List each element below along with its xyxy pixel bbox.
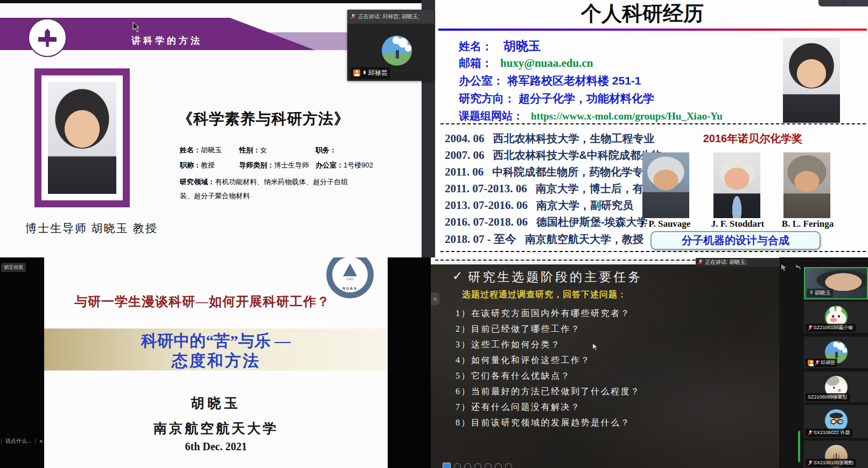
chat-input-placeholder[interactable]: 说点什么... xyxy=(5,437,31,445)
panel-collapse-chevron[interactable]: < xyxy=(431,292,439,305)
question-item: 7）还有什么问题没有解决？ xyxy=(456,399,641,415)
undo-arrow-icon[interactable] xyxy=(794,264,801,271)
board-subtitle: 选题过程通过调查研究，回答下述问题： xyxy=(462,289,627,301)
tool-circle-icon[interactable] xyxy=(474,463,481,468)
person-badge-icon xyxy=(353,69,360,76)
question-item: 6）当前最好的方法已经做到了什么程度？ xyxy=(456,383,641,399)
professor-photo xyxy=(48,82,116,194)
professor-photo xyxy=(783,38,840,123)
question-item: 5）它们各有什么优缺点？ xyxy=(456,368,641,383)
participant-tile[interactable]: SZ2106099徐紫彭 xyxy=(804,372,868,402)
name-label: 姓名： xyxy=(459,40,493,52)
office-value: 将军路校区老材料楼 251-1 xyxy=(507,74,641,87)
muted-mic-icon xyxy=(698,259,703,266)
meeting-collage: 讲科学的方法 《科学素养与科研方法》 姓名：胡晓玉 性别：女 职务： 职称：教授… xyxy=(0,0,868,468)
participant-name: 邱禄芸 xyxy=(368,68,388,78)
question-item: 4）如何量化和评价这些工作？ xyxy=(456,352,641,368)
direction-value: 超分子化学，功能材料化学 xyxy=(519,92,654,104)
gender-value: 女 xyxy=(260,146,267,154)
mic-icon xyxy=(362,70,367,76)
muted-mic-icon xyxy=(808,325,813,331)
mentor-label: 导师类别： xyxy=(239,161,274,169)
gradient-divider xyxy=(438,29,867,31)
chat-input-bar[interactable]: 说点什么... < xyxy=(0,436,43,446)
chat-collapse-chevron[interactable]: < xyxy=(39,438,43,444)
divider xyxy=(35,438,36,444)
rank-label: 职称： xyxy=(180,161,201,169)
pin-view-button[interactable]: 锁定画面 xyxy=(1,263,26,272)
molecular-machines-text: 分子机器的设计与合成 xyxy=(682,233,789,248)
author-name: 胡晓玉 xyxy=(44,394,388,412)
presenter-cursor xyxy=(592,343,598,353)
timeline-date: 2011. 07-2013. 06 xyxy=(445,182,527,195)
floating-toolbar-nub[interactable] xyxy=(818,0,868,6)
participant-tile[interactable]: SX2106022 许题 xyxy=(804,405,868,438)
slide-title: 个人科研经历 xyxy=(435,0,850,27)
muted-mic-icon xyxy=(808,430,813,436)
participant-name-label: 邱禄芸 xyxy=(351,67,390,79)
talk-date: 6th Dec. 2021 xyxy=(44,441,388,453)
presenter-toolbar[interactable] xyxy=(443,463,512,468)
header-tab-label: 讲科学的方法 xyxy=(131,34,202,47)
pointer-icon[interactable] xyxy=(780,264,787,271)
question-item: 8）目前该研究领域的发展趋势是什么？ xyxy=(456,415,641,430)
speaking-indicator-bar: 正在讲话: 邱禄芸; 胡晓玉; xyxy=(347,10,434,24)
laureate-name: J. P. Sauvage xyxy=(625,219,705,229)
timeline-date: 2018. 07 - 至今 xyxy=(445,233,516,246)
talk-title-line2: 态度和方法 xyxy=(44,350,388,372)
tool-circle-icon[interactable] xyxy=(485,463,492,468)
speaking-indicator-text: 正在讲话: 邱禄芸; 胡晓玉; xyxy=(358,13,419,20)
laureate-photo-stoddart xyxy=(713,152,760,218)
tool-circle-icon[interactable] xyxy=(464,463,471,468)
molecular-machines-box: 分子机器的设计与合成 xyxy=(650,231,821,250)
mentor-value: 博士生导师 xyxy=(274,161,309,169)
laureate-photo-sauvage xyxy=(642,152,689,218)
timeline-text: 南京航空航天大学，教授 xyxy=(525,233,643,245)
dashed-divider-top xyxy=(440,123,866,124)
direction-label: 研究方向： xyxy=(459,92,515,104)
question-item: 1）在该研究方面国内外有哪些研究者？ xyxy=(456,305,641,321)
dashed-divider-bottom xyxy=(440,251,866,252)
timeline-text: 南京大学，副研究员 xyxy=(536,199,633,211)
website-label: 课题组网站： xyxy=(459,110,523,122)
speaking-indicator-bar: 正在讲话: 胡晓玉; xyxy=(696,258,780,267)
slide-talk-cover: 锁定画面 1952 NUAA 与研一学生漫谈科研—如何开展科研工作？ 科研中的“… xyxy=(0,257,431,468)
nuaa-logo-year: 1952 xyxy=(346,277,353,281)
timeline-date: 2011. 06 xyxy=(445,165,484,178)
annotation-tools[interactable] xyxy=(780,264,801,271)
institute-logo xyxy=(28,18,67,57)
participant-tile[interactable]: 邱禄芸 xyxy=(804,337,868,368)
participant-tile[interactable]: SX2106105张雕勳 xyxy=(804,441,868,468)
laureate-name: J. F. Stoddart xyxy=(697,219,778,229)
professor-photo-frame xyxy=(34,68,130,207)
timeline-text: 中科院成都生物所，药物化学专业 xyxy=(492,166,654,178)
participant-name: SX2106105张雕勳 xyxy=(814,459,853,466)
participant-name: SZ2106099徐紫彭 xyxy=(808,394,848,401)
question-item: 3）这些工作如何分类？ xyxy=(456,337,641,352)
tool-circle-icon[interactable] xyxy=(505,463,512,468)
pen-color-swatch[interactable] xyxy=(443,463,451,468)
institute-logo-icon xyxy=(38,29,57,47)
participant-tile-video[interactable]: 胡晓玉 xyxy=(804,267,868,299)
top-edge-strip xyxy=(0,0,422,3)
person-badge-icon xyxy=(808,360,814,366)
name-value: 胡晓玉 xyxy=(201,146,222,154)
name-label: 姓名： xyxy=(180,146,201,154)
timeline-date: 2013. 07-2016. 06 xyxy=(445,199,528,212)
tool-circle-icon[interactable] xyxy=(454,463,461,468)
slide-footer-author: 博士生导师 胡晓玉 教授 xyxy=(25,221,158,236)
muted-mic-icon xyxy=(808,460,813,466)
participant-sidebar: 胡晓玉 SZ2106156戴小敏 邱禄芸 xyxy=(779,257,868,468)
muted-mic-icon xyxy=(815,360,820,366)
checkmark-icon: ✓ xyxy=(452,269,465,285)
office-label: 办公室： xyxy=(459,74,504,87)
participant-tile[interactable]: SZ2106156戴小敏 xyxy=(804,302,868,333)
participant-name: SZ2106156戴小敏 xyxy=(814,324,853,331)
tool-circle-icon[interactable] xyxy=(495,463,502,468)
board-title: 研究生选题阶段的主要任务 xyxy=(468,269,642,285)
floating-video-window[interactable]: 正在讲话: 邱禄芸; 胡晓玉; 邱禄芸 xyxy=(347,10,434,81)
question-item: 2）目前已经做了哪些工作？ xyxy=(456,321,641,337)
sidebar-scroll-indicator[interactable] xyxy=(798,431,800,462)
field-label: 研究领域： xyxy=(180,178,215,186)
duty-label: 职务： xyxy=(316,146,337,154)
